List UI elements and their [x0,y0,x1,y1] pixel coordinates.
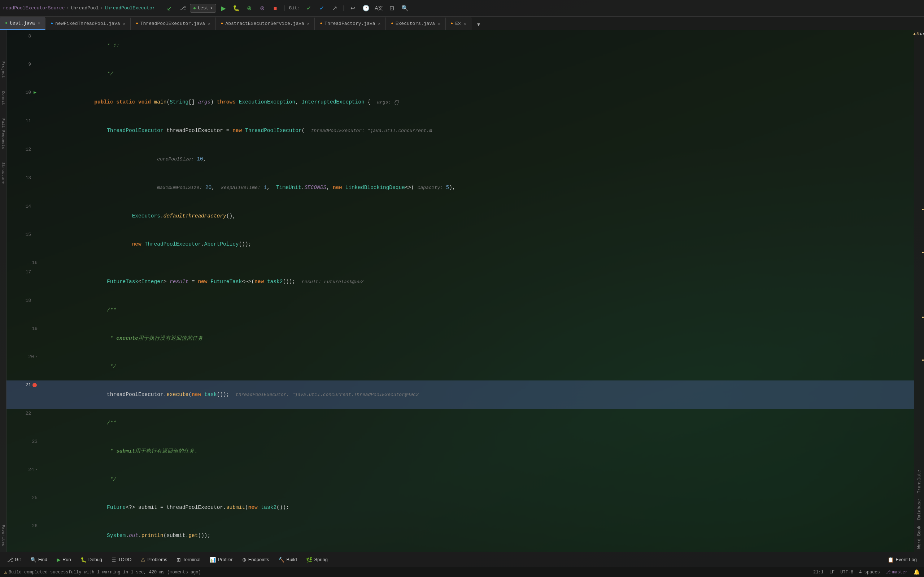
debug-tool-button[interactable]: 🐛 Debug [77,555,106,564]
pull-requests-panel-tab[interactable]: Pull Requests [0,116,6,152]
tab-close-newFixed[interactable]: ✕ [123,21,126,26]
tab-ThreadPoolExecutor[interactable]: ● ThreadPoolExecutor.java ✕ [131,17,216,30]
tab-AbstractExecutorService[interactable]: ● AbstractExecutorService.java ✕ [216,17,315,30]
breakpoint-21[interactable] [32,383,37,387]
translate-tab[interactable]: Translate [915,467,923,496]
git-check2-button[interactable]: ✓ [316,3,328,14]
git-push-button[interactable]: ↗ [329,3,341,14]
event-log-tool-button[interactable]: 📋 Event Log [884,555,921,564]
tab-newFixedThreadPool[interactable]: ● newFixedThreadPool.java ✕ [45,17,131,30]
project-panel-tab[interactable]: Project [0,59,6,80]
commit-panel-tab[interactable]: Commit [0,89,6,108]
run-button[interactable]: ▶ [218,3,229,14]
favorites-panel-tab[interactable]: Favorites [0,522,6,552]
terminal-tool-icon: ⊞ [176,557,181,562]
spring-tool-button[interactable]: 🌿 Spring [302,555,331,564]
problems-tool-button[interactable]: ⚠ Problems [137,555,171,564]
vcs-update-button[interactable]: ↙ [164,3,175,14]
status-notification-icon[interactable]: 🔔 [914,569,920,575]
run-config-selector[interactable]: ● test ▾ [190,4,216,13]
endpoints-tool-icon: ⊕ [242,557,247,562]
terminal-tool-button[interactable]: ⊞ Terminal [173,555,204,564]
tab-ex2[interactable]: ● Ex ✕ [446,17,472,30]
word-book-tab[interactable]: Word Book [915,522,923,552]
tab-test-java[interactable]: ● test.java ✕ [0,17,45,30]
gutter-25: 25 [6,493,41,503]
gutter-17: 17 [6,268,41,277]
vcs-commit-button[interactable]: ⎇ [177,3,188,14]
endpoints-tool-button[interactable]: ⊕ Endpoints [239,555,273,564]
code-text-9: */ [43,60,914,88]
stop-button[interactable]: ■ [270,3,281,14]
scroll-marker-3 [922,317,924,318]
git-tool-button[interactable]: ⎇ Git [3,555,24,564]
warning-count-badge[interactable]: ▲ 5 ▲ ▼ [914,30,924,37]
tab-icon-tpe: ● [136,21,138,26]
gutter-10: 10 ▶ [6,88,41,97]
gutter-20: 20 ▸ [6,352,41,362]
run-tool-label: Run [63,557,71,562]
code-line-19: 19 * execute用于执行没有返回值的任务 [6,324,914,352]
run-tool-button[interactable]: ▶ Run [53,555,75,564]
code-line-14: 14 Executors.defaultThreadFactory(), [6,202,914,230]
code-line-16: 16 [6,258,914,268]
history-button[interactable]: 🕐 [360,3,372,14]
code-scroll-area[interactable]: 8 * 1: 9 [6,30,914,552]
git-tool-icon: ⎇ [7,557,13,562]
code-text-22: /** [43,409,914,437]
tab-close-ex[interactable]: ✕ [438,21,440,26]
todo-tool-label: TODO [118,557,131,562]
code-line-21: 21 threadPoolExecutor.execute(new task()… [6,380,914,409]
tabs-overflow-button[interactable]: ▾ [473,18,485,30]
status-position[interactable]: 21:1 [813,570,824,575]
find-tool-icon: 🔍 [30,557,36,562]
git-label: Git: [288,5,302,11]
code-text-17: FutureTask<Integer> result = new FutureT… [43,268,914,296]
structure-panel-tab[interactable]: Structure [0,160,6,186]
status-branch[interactable]: ⎇ master [886,569,908,575]
profiler-tool-button[interactable]: 📊 Profiler [206,555,236,564]
gutter-11: 11 [6,116,41,126]
build-tool-button[interactable]: 🔨 Build [275,555,300,564]
gutter-18: 18 [6,296,41,305]
nav-up-icon[interactable]: ▲ [920,32,922,36]
tab-close-tf[interactable]: ✕ [378,21,381,26]
git-checkmark-button[interactable]: ✓ [303,3,315,14]
profile-button[interactable]: ⊛ [257,3,268,14]
endpoints-tool-label: Endpoints [248,557,269,562]
fold-icon-24[interactable]: ▸ [36,465,37,475]
code-text-10: public static void main(String[] args) t… [43,88,914,116]
code-text-12: corePoolSize: 10, [43,145,914,174]
breadcrumb-item-2[interactable]: threadPool [70,5,99,11]
code-text-8: * 1: [43,32,914,60]
fold-icon-20[interactable]: ▸ [36,352,37,362]
status-indent[interactable]: 4 spaces [859,570,880,575]
git-tool-label: Git [15,557,21,562]
code-line-12: 12 corePoolSize: 10, [6,145,914,174]
undo-button[interactable]: ↩ [347,3,359,14]
minimap-scrollbar[interactable] [914,37,924,467]
debug-button[interactable]: 🐛 [231,3,242,14]
breadcrumb-item-1[interactable]: readPoolExecutorSource [3,5,65,11]
tab-close-aes[interactable]: ✕ [307,21,310,26]
tab-Executors[interactable]: ● Executors.java ✕ [386,17,446,30]
nav-down-icon[interactable]: ▼ [922,32,924,36]
find-tool-button[interactable]: 🔍 Find [27,555,51,564]
search-everywhere-button[interactable]: 🔍 [399,3,411,14]
breadcrumb-item-3[interactable]: threadPoolExecutor [104,5,155,11]
tab-icon-newFixed: ● [50,21,53,26]
code-line-11: 11 ThreadPoolExecutor threadPoolExecutor… [6,116,914,145]
tab-close-ex2[interactable]: ✕ [464,21,466,26]
translate-toolbar-button[interactable]: A文 [373,3,385,14]
terminal-tool-label: Terminal [183,557,200,562]
coverage-button[interactable]: ⊕ [244,3,255,14]
tab-ThreadFactory[interactable]: ● ThreadFactory.java ✕ [315,17,386,30]
layout-button[interactable]: ⊡ [386,3,398,14]
code-text-11: ThreadPoolExecutor threadPoolExecutor = … [43,116,914,145]
database-tab[interactable]: Database [915,496,923,523]
tab-close-test[interactable]: ✕ [38,21,40,26]
status-line-sep[interactable]: LF [829,570,835,575]
status-encoding[interactable]: UTF-8 [840,570,853,575]
tab-close-tpe[interactable]: ✕ [208,21,210,26]
todo-tool-button[interactable]: ☰ TODO [108,555,135,564]
